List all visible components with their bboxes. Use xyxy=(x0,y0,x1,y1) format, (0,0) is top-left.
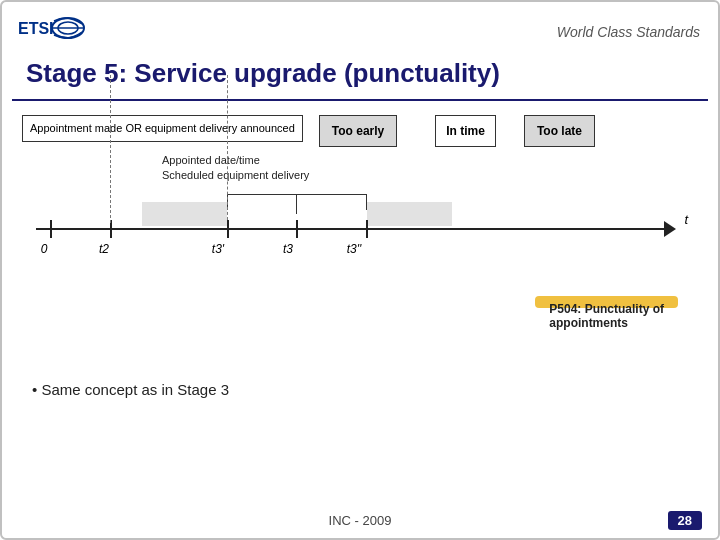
footer: INC - 2009 xyxy=(2,513,718,528)
appointment-label: Appointment made OR equipment delivery a… xyxy=(30,122,295,134)
bullet-item: • Same concept as in Stage 3 xyxy=(32,381,694,398)
shade-left xyxy=(142,202,227,226)
too-late-label: Too late xyxy=(537,124,582,138)
too-late-box: Too late xyxy=(524,115,595,147)
tick-0 xyxy=(50,220,52,238)
dashed-v1 xyxy=(110,75,111,223)
footer-center-text: INC - 2009 xyxy=(329,513,392,528)
t-label: t xyxy=(684,212,688,227)
tick-t3 xyxy=(296,220,298,238)
slide-title: Stage 5: Service upgrade (punctuality) xyxy=(12,56,708,101)
too-early-label: Too early xyxy=(332,124,384,138)
etsi-logo: ETSI xyxy=(16,12,88,52)
bracket-top-horiz xyxy=(227,194,367,195)
tick-t3-late xyxy=(366,220,368,238)
appointment-box: Appointment made OR equipment delivery a… xyxy=(22,115,303,142)
label-0: 0 xyxy=(41,242,48,256)
slide: ETSI World Class Standards Stage 5: Serv… xyxy=(0,0,720,540)
etsi-logo-svg: ETSI xyxy=(16,12,88,52)
main-content: Appointment made OR equipment delivery a… xyxy=(2,101,718,265)
too-early-box: Too early xyxy=(319,115,397,147)
in-time-label: In time xyxy=(446,124,485,138)
highlight-box: P504: Punctuality of appointments xyxy=(535,296,678,308)
bracket-center-tick xyxy=(296,194,297,214)
in-time-box: In time xyxy=(435,115,496,147)
bracket-right-vert xyxy=(366,194,367,210)
label-t2: t2 xyxy=(99,242,109,256)
highlight-line2: appointments xyxy=(549,316,664,330)
page-number: 28 xyxy=(668,511,702,530)
highlight-line1: P504: Punctuality of xyxy=(549,302,664,316)
appointed-text: Appointed date/time Scheduled equipment … xyxy=(162,153,698,184)
header: ETSI World Class Standards xyxy=(2,2,718,56)
label-t3-late: t3'' xyxy=(347,242,362,256)
svg-text:ETSI: ETSI xyxy=(18,20,54,37)
label-t3-early: t3' xyxy=(212,242,224,256)
world-class-text: World Class Standards xyxy=(557,24,700,40)
appointed-line1: Appointed date/time xyxy=(162,153,698,168)
shade-right xyxy=(367,202,452,226)
tick-t3-early xyxy=(227,220,229,238)
label-t3: t3 xyxy=(283,242,293,256)
appointed-line2: Scheduled equipment delivery xyxy=(162,168,698,183)
legend-row: Appointment made OR equipment delivery a… xyxy=(22,115,698,147)
dashed-v2 xyxy=(227,75,228,220)
bullet-section: • Same concept as in Stage 3 xyxy=(2,365,718,398)
timeline-arrow xyxy=(664,221,676,237)
timeline-line xyxy=(36,228,668,230)
timeline-area: t 0 t2 t3' t3 t3'' xyxy=(22,190,698,265)
